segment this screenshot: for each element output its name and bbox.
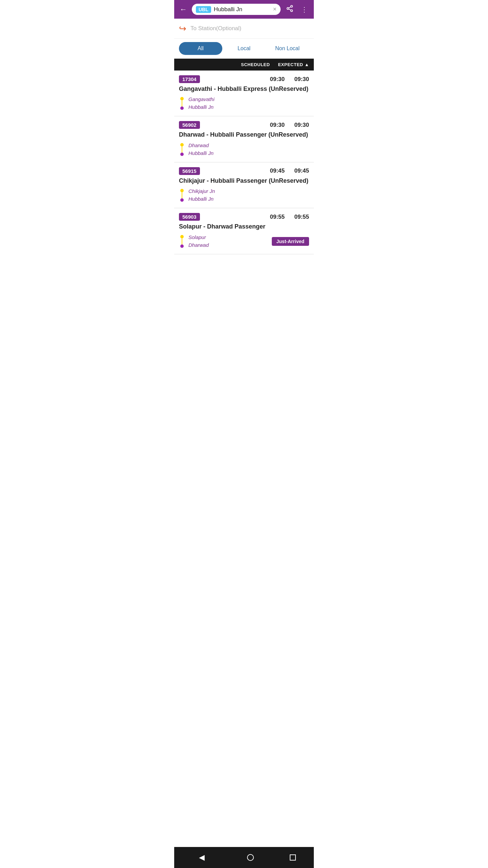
origin-dot: [180, 143, 184, 146]
back-button[interactable]: ←: [178, 4, 188, 15]
train-card[interactable]: 56902 09:30 09:30 Dharwad - Hubballi Pas…: [174, 116, 314, 162]
svg-line-3: [289, 9, 291, 10]
destination-station: Hubballi Jn: [188, 150, 214, 156]
expected-time: 09:30: [293, 122, 309, 129]
train-list: 17304 09:30 09:30 Gangavathi - Hubballi …: [174, 71, 314, 254]
route-line: [179, 234, 185, 249]
origin-dot: [180, 97, 184, 100]
origin-station: Dharwad: [188, 142, 214, 148]
origin-dot: [180, 189, 184, 192]
train-footer: Solapur Dharwad Just-Arrived: [179, 234, 309, 249]
route-vert-line: [182, 100, 182, 106]
scheduled-time: 09:30: [268, 122, 285, 129]
route-line: [179, 188, 185, 202]
train-card[interactable]: 56903 09:55 09:55 Solapur - Dharwad Pass…: [174, 208, 314, 254]
train-card[interactable]: 17304 09:30 09:30 Gangavathi - Hubballi …: [174, 71, 314, 116]
search-text: Hubballi Jn: [214, 6, 270, 13]
expected-time: 09:45: [293, 167, 309, 174]
svg-line-4: [289, 7, 291, 8]
to-station-row[interactable]: ↪ To Station(Optional): [174, 19, 314, 39]
route-stations: Chikjajur Jn Hubballi Jn: [188, 188, 215, 202]
train-times: 09:55 09:55: [268, 214, 309, 220]
tab-all[interactable]: All: [179, 42, 222, 55]
route-container: Chikjajur Jn Hubballi Jn: [179, 188, 215, 202]
route-stations: Gangavathi Hubballi Jn: [188, 96, 215, 111]
train-header: 56902 09:30 09:30: [179, 121, 309, 129]
table-header: SCHEDULED EXPECTED ▲: [174, 59, 314, 71]
search-bar[interactable]: UBL Hubballi Jn ×: [192, 4, 281, 15]
train-header: 56903 09:55 09:55: [179, 213, 309, 221]
origin-dot: [180, 235, 184, 238]
train-footer: Chikjajur Jn Hubballi Jn: [179, 188, 309, 202]
scheduled-time: 09:30: [268, 76, 285, 83]
train-number: 17304: [179, 75, 200, 83]
station-code-badge: UBL: [196, 6, 211, 13]
destination-station: Dharwad: [188, 242, 209, 248]
route-vert-line: [182, 238, 182, 244]
clear-button[interactable]: ×: [273, 6, 277, 13]
route-vert-line: [182, 192, 182, 198]
scheduled-time: 09:55: [268, 214, 285, 220]
train-number: 56903: [179, 213, 200, 221]
to-station-icon: ↪: [179, 24, 186, 33]
train-footer: Dharwad Hubballi Jn: [179, 142, 309, 157]
route-vert-line: [182, 146, 182, 153]
destination-station: Hubballi Jn: [188, 196, 215, 202]
train-name: Chikjajur - Hubballi Passenger (UnReserv…: [179, 177, 309, 185]
to-station-input[interactable]: To Station(Optional): [190, 25, 241, 32]
train-times: 09:30 09:30: [268, 76, 309, 83]
train-name: Solapur - Dharwad Passenger: [179, 223, 309, 231]
destination-dot: [180, 244, 184, 248]
tab-non-local[interactable]: Non Local: [266, 42, 309, 55]
route-container: Gangavathi Hubballi Jn: [179, 96, 215, 111]
train-number: 56902: [179, 121, 200, 129]
destination-dot: [180, 198, 184, 202]
expected-time: 09:30: [293, 76, 309, 83]
scheduled-header: SCHEDULED: [241, 62, 270, 67]
train-number: 56915: [179, 167, 200, 175]
train-header: 17304 09:30 09:30: [179, 75, 309, 83]
just-arrived-badge: Just-Arrived: [272, 237, 309, 246]
expected-header[interactable]: EXPECTED ▲: [278, 62, 309, 67]
route-container: Solapur Dharwad: [179, 234, 209, 249]
train-card[interactable]: 56915 09:45 09:45 Chikjajur - Hubballi P…: [174, 162, 314, 208]
scheduled-time: 09:45: [268, 167, 285, 174]
route-stations: Dharwad Hubballi Jn: [188, 142, 214, 157]
train-name: Gangavathi - Hubballi Express (UnReserve…: [179, 85, 309, 93]
more-options-button[interactable]: ⋮: [299, 4, 310, 15]
origin-station: Chikjajur Jn: [188, 188, 215, 194]
train-header: 56915 09:45 09:45: [179, 167, 309, 175]
destination-dot: [180, 106, 184, 110]
share-button[interactable]: [284, 3, 296, 15]
destination-dot: [180, 153, 184, 156]
filter-tabs: All Local Non Local: [174, 39, 314, 59]
route-stations: Solapur Dharwad: [188, 234, 209, 249]
train-times: 09:45 09:45: [268, 167, 309, 174]
train-footer: Gangavathi Hubballi Jn: [179, 96, 309, 111]
expected-time: 09:55: [293, 214, 309, 220]
top-bar: ← UBL Hubballi Jn × ⋮: [174, 0, 314, 19]
destination-station: Hubballi Jn: [188, 104, 215, 110]
tab-local[interactable]: Local: [222, 42, 266, 55]
train-name: Dharwad - Hubballi Passenger (UnReserved…: [179, 131, 309, 139]
route-line: [179, 142, 185, 157]
origin-station: Solapur: [188, 234, 209, 240]
route-container: Dharwad Hubballi Jn: [179, 142, 214, 157]
route-line: [179, 96, 185, 111]
origin-station: Gangavathi: [188, 96, 215, 102]
train-times: 09:30 09:30: [268, 122, 309, 129]
